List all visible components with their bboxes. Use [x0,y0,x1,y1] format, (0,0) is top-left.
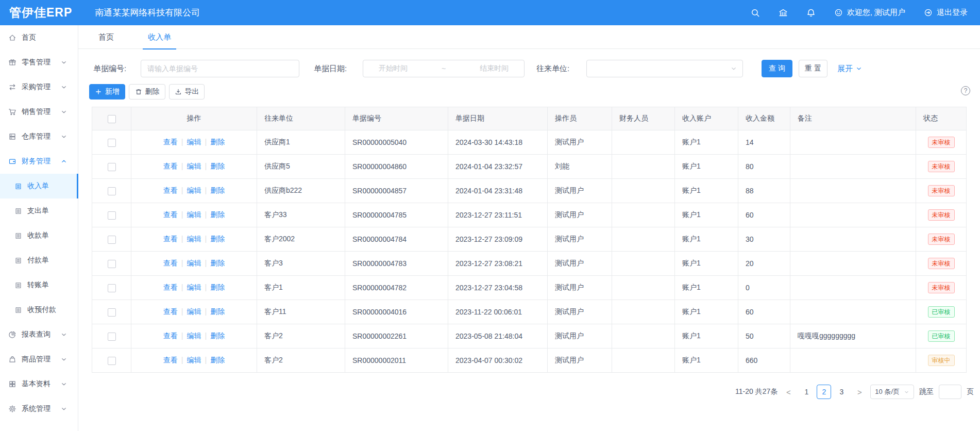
cell-date: 2023-11-22 00:06:01 [448,300,548,324]
date-range-picker[interactable]: 开始时间 ~ 结束时间 [363,60,525,77]
help-icon[interactable]: ? [961,86,970,95]
sidebar-item-payment-order[interactable]: 付款单 [0,248,78,273]
page-button-3[interactable]: 3 [834,385,849,399]
cell-finance [612,324,675,349]
edit-link[interactable]: 编辑 [187,356,201,364]
delete-link[interactable]: 删除 [210,331,225,340]
add-button[interactable]: 新增 [89,84,125,100]
sidebar-item-goods-management[interactable]: 商品管理 [0,347,78,372]
cell-account: 账户1 [675,300,738,324]
date-tilde: ~ [442,64,446,73]
view-link[interactable]: 查看 [163,283,178,291]
delete-link[interactable]: 删除 [210,186,225,194]
sidebar-item-income-order[interactable]: 收入单 [0,174,78,198]
cell-account: 账户1 [675,179,738,203]
user-smiley-icon [834,8,843,17]
tab-income-order[interactable]: 收入单 [143,25,176,49]
sidebar-item-basic-data[interactable]: 基本资料 [0,372,78,396]
status-badge: 已审核 [928,330,955,342]
cell-operator: 测试用户 [548,276,612,300]
sidebar-item-warehouse-management[interactable]: 仓库管理 [0,124,78,149]
view-link[interactable]: 查看 [163,356,178,364]
sidebar-item-transfer-order[interactable]: 转账单 [0,273,78,297]
logout-text: 退出登录 [937,8,968,18]
delete-button[interactable]: 删除 [129,84,165,100]
sidebar-item-expense-order[interactable]: 支出单 [0,198,78,223]
cell-date: 2024-03-30 14:43:18 [448,130,548,155]
partner-select[interactable] [586,60,743,77]
delete-link[interactable]: 删除 [210,210,225,219]
edit-link[interactable]: 编辑 [187,210,201,219]
search-button[interactable]: 查 询 [762,60,792,77]
delete-link[interactable]: 删除 [210,283,225,291]
edit-link[interactable]: 编辑 [187,307,201,316]
sidebar-item-home[interactable]: 首页 [0,25,78,50]
page-size-select[interactable]: 10 条/页 [870,385,914,399]
view-link[interactable]: 查看 [163,307,178,316]
expand-link[interactable]: 展开 [837,60,863,77]
delete-link[interactable]: 删除 [210,356,225,364]
gift-icon [8,58,16,67]
sidebar-item-finance-management[interactable]: 财务管理 [0,149,78,174]
sidebar-item-sales-management[interactable]: 销售管理 [0,100,78,124]
bell-icon[interactable] [806,8,816,18]
view-link[interactable]: 查看 [163,162,178,170]
export-button[interactable]: 导出 [169,84,205,100]
row-checkbox[interactable] [108,260,116,268]
cell-amount: 20 [738,252,790,276]
page-button-2[interactable]: 2 [817,385,831,399]
logout-button[interactable]: 退出登录 [924,8,968,18]
edit-link[interactable]: 编辑 [187,235,201,243]
edit-link[interactable]: 编辑 [187,186,201,194]
next-page-button[interactable]: > [854,388,865,396]
row-checkbox[interactable] [108,284,116,292]
cell-doc-no: SR00000005040 [345,130,448,155]
select-all-checkbox[interactable] [108,115,116,123]
page-button-1[interactable]: 1 [799,385,814,399]
prev-page-button[interactable]: < [783,388,794,396]
sidebar-item-retail-management[interactable]: 零售管理 [0,50,78,75]
view-link[interactable]: 查看 [163,210,178,219]
view-link[interactable]: 查看 [163,235,178,243]
user-welcome[interactable]: 欢迎您, 测试用户 [834,8,905,18]
delete-link[interactable]: 删除 [210,259,225,267]
view-link[interactable]: 查看 [163,259,178,267]
cell-partner: 供应商b222 [257,179,345,203]
row-checkbox[interactable] [108,333,116,341]
edit-link[interactable]: 编辑 [187,162,201,170]
edit-link[interactable]: 编辑 [187,138,201,146]
delete-link[interactable]: 删除 [210,235,225,243]
edit-link[interactable]: 编辑 [187,259,201,267]
row-checkbox[interactable] [108,357,116,365]
jump-page-input[interactable] [939,385,961,399]
row-checkbox[interactable] [108,163,116,171]
doc-no-input[interactable] [141,60,299,77]
view-link[interactable]: 查看 [163,138,178,146]
page-content: 单据编号: 单据日期: 开始时间 ~ 结束时间 往来单位: 查 询 重 置 展开… [78,49,980,431]
sidebar-item-report-query[interactable]: 报表查询 [0,322,78,347]
sidebar-item-purchase-management[interactable]: 采购管理 [0,75,78,100]
delete-link[interactable]: 删除 [210,307,225,316]
view-link[interactable]: 查看 [163,186,178,194]
edit-link[interactable]: 编辑 [187,331,201,340]
sidebar-item-label: 支出单 [27,206,49,216]
trash-icon [135,88,142,95]
row-checkbox[interactable] [108,187,116,195]
sidebar-item-system-management[interactable]: 系统管理 [0,396,78,421]
delete-link[interactable]: 删除 [210,162,225,170]
edit-link[interactable]: 编辑 [187,283,201,291]
row-checkbox[interactable] [108,211,116,220]
sidebar-item-receipt-order[interactable]: 收款单 [0,223,78,248]
reset-button[interactable]: 重 置 [799,60,827,77]
search-icon[interactable] [751,8,760,18]
row-checkbox[interactable] [108,139,116,147]
topbar-right-area: 欢迎您, 测试用户 退出登录 [751,8,968,18]
row-checkbox[interactable] [108,236,116,244]
tab-home[interactable]: 首页 [93,25,119,49]
bank-icon[interactable] [779,8,788,18]
delete-link[interactable]: 删除 [210,138,225,146]
sidebar-item-advance-receipt-payment[interactable]: 收预付款 [0,297,78,322]
view-link[interactable]: 查看 [163,331,178,340]
row-checkbox[interactable] [108,308,116,317]
chevron-down-icon [60,108,67,115]
